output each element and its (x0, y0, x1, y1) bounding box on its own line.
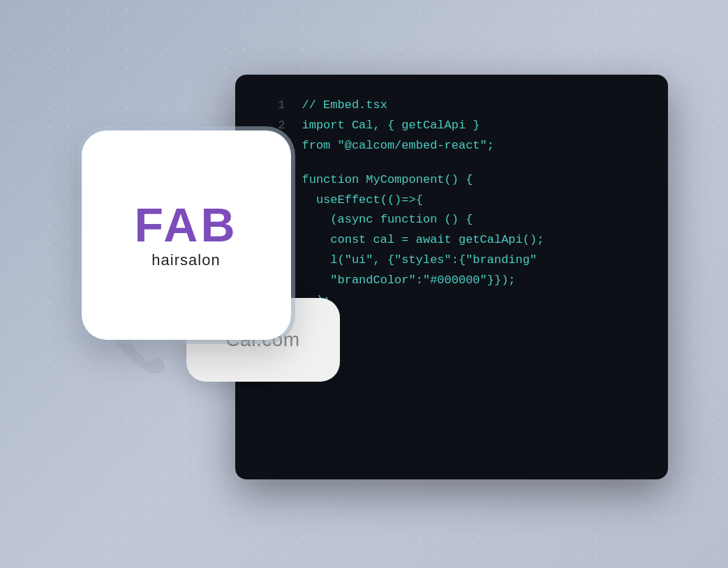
line-content-8: "brandColor":"#000000"}}); (302, 271, 516, 291)
line-content-6: const cal = await getCalApi(); (302, 230, 544, 251)
code-line-6: const cal = await getCalApi(); (260, 230, 643, 251)
line-content-3: function MyComponent() { (302, 170, 473, 190)
code-line-7: l("ui", {"styles":{"branding" (260, 251, 643, 271)
fab-logo-text: FAB (135, 201, 238, 248)
code-line-8: "brandColor":"#000000"}}); (260, 271, 643, 291)
code-line-4: useEffect(()=>{ (260, 190, 643, 211)
code-lines: 1 // Embed.tsx 2 import Cal, { getCalApi… (260, 96, 643, 331)
code-panel: 1 // Embed.tsx 2 import Cal, { getCalApi… (235, 75, 668, 479)
line-content-5: (async function () { (302, 210, 473, 230)
line-number-1: 1 (260, 96, 285, 116)
code-line-1: 1 // Embed.tsx (260, 96, 643, 116)
hairsalon-label: hairsalon (151, 251, 220, 269)
line-spacer-1 (260, 156, 643, 170)
code-line-5: (async function () { (260, 210, 643, 230)
fab-hairsalon-card: FAB hairsalon (82, 130, 291, 340)
line-content-1: // Embed.tsx (302, 96, 387, 116)
background: 1 // Embed.tsx 2 import Cal, { getCalApi… (0, 0, 728, 568)
line-content-4: useEffect(()=>{ (302, 190, 423, 211)
line-content-2: import Cal, { getCalApi } from "@calcom/… (302, 116, 494, 156)
scene-container: 1 // Embed.tsx 2 import Cal, { getCalApi… (61, 47, 668, 521)
line-content-7: l("ui", {"styles":{"branding" (302, 251, 537, 271)
code-line-3: function MyComponent() { (260, 170, 643, 190)
code-line-2: 2 import Cal, { getCalApi } from "@calco… (260, 116, 643, 156)
